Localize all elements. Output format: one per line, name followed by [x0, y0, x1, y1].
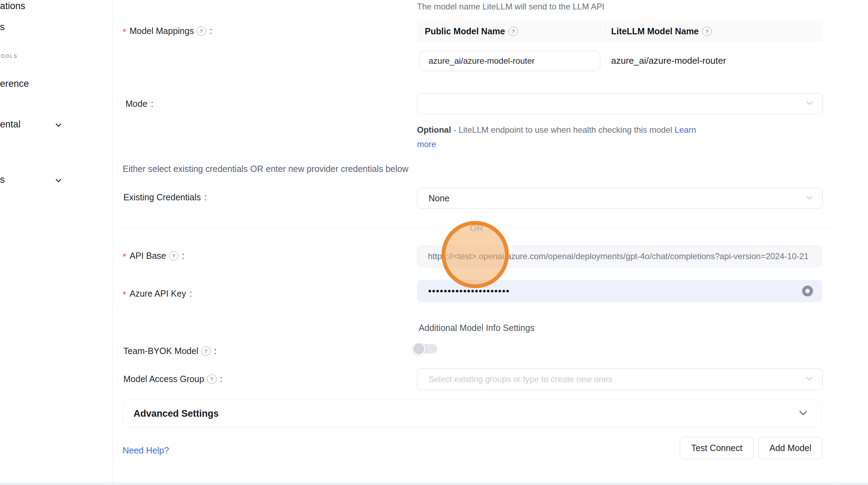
- credentials-note: Either select existing credentials OR en…: [123, 164, 409, 174]
- existing-credentials-select[interactable]: None: [417, 188, 823, 209]
- mode-label: Mode :: [125, 99, 153, 109]
- mode-helper-text: Optional - LiteLLM endpoint to use when …: [417, 123, 711, 151]
- sidebar: ations s TOOLS erence ental s: [0, 0, 112, 485]
- sidebar-section-tools: TOOLS: [0, 53, 18, 59]
- table-bottom-border: [417, 78, 822, 78]
- add-model-page: ations s TOOLS erence ental s The model …: [0, 0, 868, 485]
- masked-api-key: •••••••••••••••••••••: [417, 286, 510, 296]
- team-byok-label: Team-BYOK Model ? :: [123, 346, 217, 356]
- public-model-name-input[interactable]: [419, 51, 600, 71]
- chevron-down-icon: [805, 374, 814, 384]
- sidebar-item-organizations[interactable]: ations: [0, 1, 25, 12]
- model-mappings-table-header: Public Model Name ? LiteLLM Model Name ?: [417, 20, 822, 42]
- chevron-down-icon: [805, 193, 814, 203]
- help-question-icon[interactable]: ?: [207, 374, 217, 384]
- team-byok-toggle[interactable]: [414, 344, 437, 353]
- bottom-edge: [0, 483, 868, 485]
- model-mappings-label: * Model Mappings ? :: [123, 26, 212, 36]
- model-access-group-placeholder: Select existing groups or type to create…: [417, 374, 612, 384]
- existing-credentials-value: None: [417, 193, 450, 203]
- test-connect-button[interactable]: Test Connect: [680, 437, 754, 459]
- chevron-down-icon: [55, 121, 62, 130]
- chevron-down-icon: [55, 176, 62, 186]
- public-model-name-header: Public Model Name ?: [425, 26, 600, 36]
- advanced-settings-title: Advanced Settings: [134, 408, 219, 419]
- card-right-border: [838, 0, 838, 485]
- need-help-link[interactable]: Need Help?: [123, 445, 169, 456]
- existing-credentials-label: Existing Credentials :: [123, 192, 207, 202]
- required-asterisk: *: [123, 290, 126, 300]
- eye-toggle-icon[interactable]: [802, 286, 813, 297]
- litellm-model-name-value: azure_ai/azure-model-router: [611, 55, 726, 66]
- help-question-icon[interactable]: ?: [169, 251, 178, 261]
- sidebar-item-inference[interactable]: erence: [0, 78, 29, 89]
- mode-select[interactable]: [417, 93, 823, 114]
- additional-info-divider: Additional Model Info Settings: [123, 323, 831, 333]
- required-asterisk: *: [123, 27, 126, 37]
- chevron-down-icon: [805, 98, 814, 109]
- help-question-icon[interactable]: ?: [508, 27, 518, 36]
- table-column-divider: [606, 25, 606, 38]
- click-highlight-ring: [442, 221, 509, 288]
- sidebar-item-settings[interactable]: s: [0, 174, 5, 185]
- model-access-group-select[interactable]: Select existing groups or type to create…: [417, 368, 823, 390]
- api-base-label: * API Base ? :: [123, 251, 184, 261]
- sidebar-item-models[interactable]: s: [0, 22, 5, 33]
- chevron-down-icon: [798, 408, 808, 420]
- help-question-icon[interactable]: ?: [201, 346, 211, 356]
- advanced-settings-panel[interactable]: Advanced Settings: [123, 400, 822, 428]
- toggle-knob: [412, 342, 425, 355]
- litellm-model-name-header: LiteLLM Model Name ?: [611, 26, 712, 36]
- model-name-helper-text: The model name LiteLLM will send to the …: [417, 2, 604, 12]
- azure-api-key-label: * Azure API Key :: [123, 289, 192, 299]
- additional-info-title: Additional Model Info Settings: [419, 323, 535, 333]
- help-question-icon[interactable]: ?: [702, 27, 712, 36]
- required-asterisk: *: [123, 252, 126, 262]
- model-access-group-label: Model Access Group ? :: [123, 374, 223, 384]
- sidebar-item-experimental[interactable]: ental: [0, 119, 21, 130]
- help-question-icon[interactable]: ?: [197, 26, 206, 36]
- add-model-button[interactable]: Add Model: [758, 437, 822, 459]
- optional-bold: Optional: [417, 125, 451, 134]
